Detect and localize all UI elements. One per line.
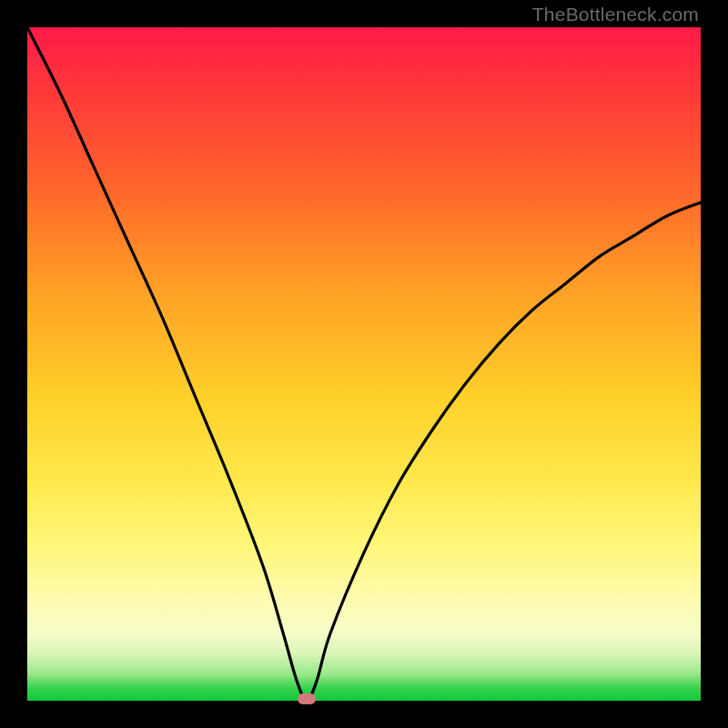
plot-area xyxy=(27,27,701,701)
minimum-marker xyxy=(298,693,316,704)
bottleneck-curve xyxy=(27,27,701,701)
watermark-text: TheBottleneck.com xyxy=(532,4,699,25)
